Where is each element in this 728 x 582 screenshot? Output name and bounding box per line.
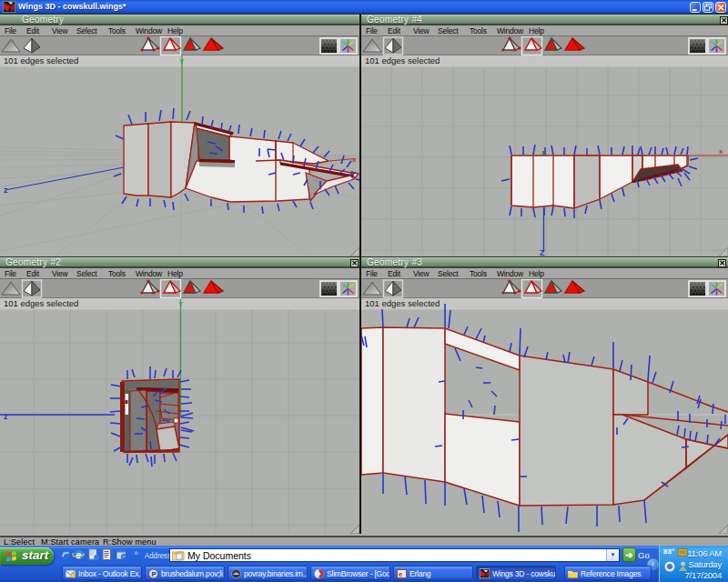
svg-text:x: x [719, 147, 723, 156]
svg-text:z: z [4, 186, 8, 195]
svg-text:Z: Z [540, 248, 545, 256]
svg-text:z: z [4, 412, 8, 421]
svg-text:P: P [152, 570, 157, 578]
svg-text:x: x [352, 156, 357, 164]
svg-text:e: e [76, 550, 82, 560]
